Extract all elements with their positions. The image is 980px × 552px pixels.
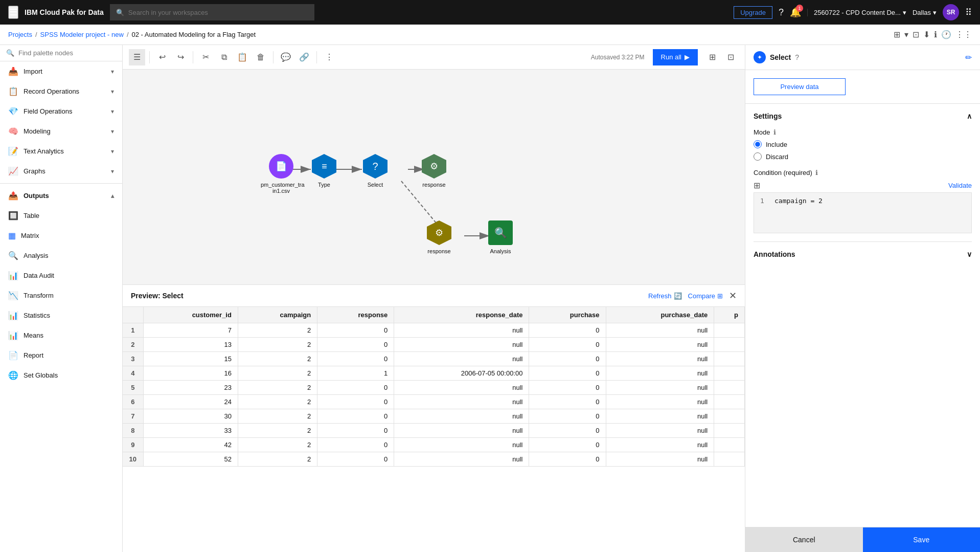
flow-node-response2[interactable]: ⚙ response — [427, 220, 451, 254]
row-number-cell: 1 — [123, 323, 143, 338]
search-input[interactable] — [128, 9, 308, 16]
sidebar-item-text-analytics[interactable]: 📝 Text Analytics ▾ — [0, 141, 122, 161]
compare-button[interactable]: Compare ⊞ — [688, 292, 723, 300]
sidebar-item-means[interactable]: 📊 Means — [0, 325, 122, 345]
paste-button[interactable]: 📋 — [234, 49, 250, 65]
flow-node-response1[interactable]: ⚙ response — [422, 154, 446, 188]
sidebar-item-label: Statistics — [24, 312, 114, 319]
comment-button[interactable]: 💬 — [278, 49, 294, 65]
avatar[interactable]: SR — [943, 4, 959, 20]
response2-node-shape: ⚙ — [427, 220, 451, 245]
table-cell: 1 — [317, 366, 394, 381]
sidebar-item-analysis[interactable]: 🔍 Analysis — [0, 246, 122, 266]
sidebar-item-data-audit[interactable]: 📊 Data Audit — [0, 266, 122, 285]
flow-node-source[interactable]: 📄 pm_customer_train1.csv — [261, 154, 302, 194]
sidebar-item-label: Data Audit — [24, 272, 114, 279]
redo-button[interactable]: ↪ — [172, 49, 189, 65]
cancel-button[interactable]: Cancel — [745, 527, 863, 552]
sidebar-item-outputs[interactable]: 📤 Outputs ▴ — [0, 186, 122, 206]
select-node-label: Select — [368, 182, 383, 188]
close-preview-button[interactable]: ✕ — [729, 290, 737, 301]
discard-label: Discard — [766, 153, 788, 161]
right-panel-edit-icon[interactable]: ✏ — [965, 53, 972, 62]
sidebar-item-record-operations[interactable]: 📋 Record Operations ▾ — [0, 81, 122, 101]
sidebar-item-modeling[interactable]: 🧠 Modeling ▾ — [0, 121, 122, 141]
split-view-button[interactable]: ⊡ — [913, 30, 919, 39]
modeling-icon: 🧠 — [8, 126, 18, 136]
sidebar-item-statistics[interactable]: 📊 Statistics — [0, 305, 122, 325]
apps-icon[interactable]: ⠿ — [965, 7, 972, 18]
fit-view-button[interactable]: ⊡ — [722, 49, 739, 65]
col-header-campaign: campaign — [238, 307, 317, 323]
table-cell: 2006-07-05 00:00:00 — [394, 366, 529, 381]
flow-node-select[interactable]: ? Select — [363, 154, 388, 188]
account-selector[interactable]: 2560722 - CPD Content De... ▾ — [807, 9, 906, 16]
table-view-button[interactable]: ⊞ — [894, 30, 900, 39]
response1-node-label: response — [422, 182, 445, 188]
table-cell: 0 — [317, 381, 394, 395]
condition-editor[interactable]: 1 campaign = 2 — [754, 192, 972, 233]
validate-button[interactable]: Validate — [948, 182, 972, 189]
notifications-button[interactable]: 🔔 1 — [790, 7, 801, 18]
save-button[interactable]: Save — [863, 527, 981, 552]
undo-button[interactable]: ↩ — [154, 49, 170, 65]
info-button[interactable]: ℹ — [934, 30, 937, 39]
table-cell: null — [606, 338, 714, 352]
cut-button[interactable]: ✂ — [197, 49, 214, 65]
sidebar-item-import[interactable]: 📥 Import ▾ — [0, 61, 122, 81]
mode-help-icon[interactable]: ℹ — [773, 128, 776, 136]
sidebar-search[interactable]: 🔍 — [0, 45, 122, 61]
grid-view-button[interactable]: ⊞ — [704, 49, 720, 65]
table-cell: 16 — [143, 366, 238, 381]
discard-radio[interactable] — [754, 152, 762, 161]
delete-button[interactable]: 🗑 — [253, 49, 269, 65]
annotations-expand-icon: ∨ — [967, 250, 972, 258]
run-all-button[interactable]: Run all ▶ — [653, 49, 698, 65]
refresh-button[interactable]: Refresh 🔄 — [648, 292, 682, 300]
table-cell — [714, 338, 745, 352]
location-selector[interactable]: Dallas ▾ — [913, 9, 937, 16]
sidebar-item-set-globals[interactable]: 🌐 Set Globals — [0, 365, 122, 385]
include-radio-option[interactable]: Include — [754, 140, 972, 148]
chevron-up-icon: ▴ — [111, 192, 114, 200]
breadcrumb-project-link[interactable]: SPSS Modeler project - new — [40, 31, 124, 38]
chevron-down-button[interactable]: ▾ — [904, 30, 908, 39]
report-icon: 📄 — [8, 350, 18, 360]
more-options-button[interactable]: ⋮⋮ — [955, 30, 972, 39]
sidebar-item-field-operations[interactable]: 💎 Field Operations ▾ — [0, 101, 122, 121]
condition-table-icon[interactable]: ⊞ — [754, 181, 760, 190]
flow-canvas[interactable]: 📄 pm_customer_train1.csv ≡ Type ? — [123, 70, 745, 284]
flow-node-analysis[interactable]: 🔍 Analysis — [488, 220, 513, 254]
table-cell — [714, 352, 745, 366]
more-button[interactable]: ⋮ — [321, 49, 337, 65]
annotations-header[interactable]: Annotations ∨ — [754, 241, 972, 267]
search-bar[interactable]: 🔍 — [110, 4, 314, 20]
table-cell: 2 — [238, 323, 317, 338]
help-button[interactable]: ? — [779, 7, 784, 18]
breadcrumb-projects-link[interactable]: Projects — [8, 31, 32, 38]
discard-radio-option[interactable]: Discard — [754, 152, 972, 161]
upgrade-button[interactable]: Upgrade — [734, 6, 772, 19]
preview-data-button[interactable]: Preview data — [754, 78, 846, 95]
sidebar-item-transform[interactable]: 📉 Transform — [0, 285, 122, 305]
sidebar-search-input[interactable] — [18, 49, 116, 57]
condition-help-icon[interactable]: ℹ — [815, 169, 818, 176]
copy-button[interactable]: ⧉ — [216, 49, 232, 65]
canvas-mode-button[interactable]: ☰ — [129, 49, 145, 65]
condition-line-1: 1 campaign = 2 — [760, 197, 965, 205]
sidebar-item-graphs[interactable]: 📈 Graphs ▾ — [0, 161, 122, 181]
history-button[interactable]: 🕐 — [941, 30, 951, 39]
preview-table-wrapper[interactable]: customer_id campaign response response_d… — [123, 307, 745, 552]
sidebar-item-table[interactable]: 🔲 Table — [0, 206, 122, 226]
flow-node-type[interactable]: ≡ Type — [312, 154, 336, 188]
sidebar-item-matrix[interactable]: ▦ Matrix — [0, 226, 122, 246]
preview-table: customer_id campaign response response_d… — [123, 307, 745, 467]
right-panel-help-icon[interactable]: ? — [795, 53, 799, 61]
table-cell — [714, 452, 745, 467]
sidebar-item-report[interactable]: 📄 Report — [0, 345, 122, 365]
hamburger-menu-button[interactable]: ☰ — [8, 6, 18, 19]
include-radio[interactable] — [754, 140, 762, 148]
download-button[interactable]: ⬇ — [923, 30, 930, 39]
link-button[interactable]: 🔗 — [296, 49, 312, 65]
settings-title[interactable]: Settings ∧ — [754, 112, 972, 120]
